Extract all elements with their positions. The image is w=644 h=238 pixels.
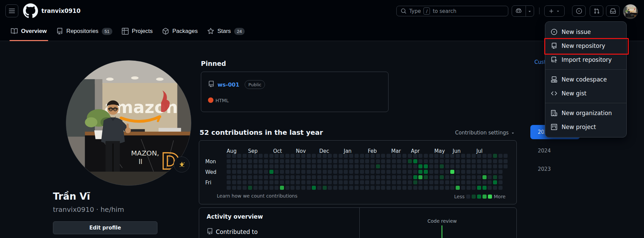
contribution-cell[interactable] xyxy=(440,164,444,168)
contribution-cell[interactable] xyxy=(498,175,503,179)
contribution-cell[interactable] xyxy=(365,186,369,190)
contribution-cell[interactable] xyxy=(418,186,422,190)
contribution-cell[interactable] xyxy=(280,170,284,174)
contribution-cell[interactable] xyxy=(339,175,343,179)
contribution-cell[interactable] xyxy=(280,175,284,179)
contribution-cell[interactable] xyxy=(328,164,332,168)
contribution-cell[interactable] xyxy=(461,170,465,174)
contribution-cell[interactable] xyxy=(296,186,300,190)
contribution-cell[interactable] xyxy=(360,164,364,168)
contribution-cell[interactable] xyxy=(355,164,359,168)
contribution-cell[interactable] xyxy=(418,164,422,168)
contribution-cell[interactable] xyxy=(312,170,316,174)
contribution-cell[interactable] xyxy=(408,175,412,179)
contribution-cell[interactable] xyxy=(349,170,353,174)
contribution-cell[interactable] xyxy=(248,186,252,190)
contribution-cell[interactable] xyxy=(467,159,471,163)
contribution-cell[interactable] xyxy=(434,164,438,168)
contribution-cell[interactable] xyxy=(402,175,406,179)
contribution-cell[interactable] xyxy=(418,180,422,184)
contribution-cell[interactable] xyxy=(227,180,231,184)
contribution-cell[interactable] xyxy=(381,170,385,174)
contribution-cell[interactable] xyxy=(227,175,231,179)
contribution-cell[interactable] xyxy=(333,164,337,168)
contribution-cell[interactable] xyxy=(312,186,316,190)
contribution-cell[interactable] xyxy=(461,186,465,190)
contribution-cell[interactable] xyxy=(264,159,268,163)
contribution-cell[interactable] xyxy=(317,154,321,158)
contribution-cell[interactable] xyxy=(360,180,364,184)
contribution-cell[interactable] xyxy=(424,164,428,168)
contribution-cell[interactable] xyxy=(408,186,412,190)
contribution-cell[interactable] xyxy=(445,164,449,168)
contribution-cell[interactable] xyxy=(498,186,503,190)
contribution-cell[interactable] xyxy=(493,175,497,179)
contribution-cell[interactable] xyxy=(259,180,263,184)
contribution-cell[interactable] xyxy=(296,159,300,163)
contribution-cell[interactable] xyxy=(280,164,284,168)
contribution-cell[interactable] xyxy=(349,180,353,184)
contribution-cell[interactable] xyxy=(392,159,396,163)
contribution-cell[interactable] xyxy=(482,175,487,179)
contribution-cell[interactable] xyxy=(317,170,321,174)
contribution-cell[interactable] xyxy=(477,175,481,179)
contribution-cell[interactable] xyxy=(248,159,252,163)
contribution-cell[interactable] xyxy=(333,154,337,158)
contribution-cell[interactable] xyxy=(381,159,385,163)
contribution-cell[interactable] xyxy=(461,159,465,163)
contribution-cell[interactable] xyxy=(381,186,385,190)
contribution-cell[interactable] xyxy=(450,186,454,190)
contribution-cell[interactable] xyxy=(259,154,263,158)
contribution-cell[interactable] xyxy=(301,175,305,179)
contribution-cell[interactable] xyxy=(456,159,460,163)
contribution-cell[interactable] xyxy=(376,159,380,163)
contribution-cell[interactable] xyxy=(237,180,241,184)
contribution-cell[interactable] xyxy=(408,159,412,163)
contribution-cell[interactable] xyxy=(371,170,375,174)
contribution-cell[interactable] xyxy=(290,159,295,163)
profile-avatar[interactable]: amazon MAZON, ll DA xyxy=(66,60,191,186)
contribution-cell[interactable] xyxy=(429,175,433,179)
contribution-cell[interactable] xyxy=(493,159,497,163)
contribution-cell[interactable] xyxy=(408,164,412,168)
contribution-cell[interactable] xyxy=(461,180,465,184)
contribution-cell[interactable] xyxy=(456,186,460,190)
tab-repositories[interactable]: Repositories51 xyxy=(52,22,117,41)
tab-projects[interactable]: Projects xyxy=(117,22,157,41)
contribution-cell[interactable] xyxy=(397,154,401,158)
contribution-cell[interactable] xyxy=(290,186,295,190)
contribution-cell[interactable] xyxy=(461,164,465,168)
contribution-cell[interactable] xyxy=(477,186,481,190)
contribution-cell[interactable] xyxy=(440,186,444,190)
contribution-cell[interactable] xyxy=(429,170,433,174)
contribution-cell[interactable] xyxy=(232,164,236,168)
contribution-cell[interactable] xyxy=(450,164,454,168)
contribution-cell[interactable] xyxy=(392,154,396,158)
contribution-cell[interactable] xyxy=(456,164,460,168)
menu-item-import-repository[interactable]: Import repository xyxy=(545,53,626,67)
contribution-cell[interactable] xyxy=(264,164,268,168)
contribution-cell[interactable] xyxy=(269,170,273,174)
contribution-cell[interactable] xyxy=(333,175,337,179)
contribution-cell[interactable] xyxy=(301,159,305,163)
contribution-cell[interactable] xyxy=(440,175,444,179)
contribution-cell[interactable] xyxy=(269,154,273,158)
contribution-cell[interactable] xyxy=(339,170,343,174)
contribution-cell[interactable] xyxy=(339,186,343,190)
contribution-cell[interactable] xyxy=(371,175,375,179)
contribution-cell[interactable] xyxy=(232,186,236,190)
contribution-cell[interactable] xyxy=(296,164,300,168)
contribution-cell[interactable] xyxy=(429,180,433,184)
contribution-cell[interactable] xyxy=(493,164,497,168)
contribution-cell[interactable] xyxy=(498,180,503,184)
contribution-cell[interactable] xyxy=(290,170,295,174)
contribution-cell[interactable] xyxy=(355,180,359,184)
contribution-cell[interactable] xyxy=(349,154,353,158)
contribution-cell[interactable] xyxy=(274,175,279,179)
menu-item-new-codespace[interactable]: New codespace xyxy=(545,72,626,86)
contribution-cell[interactable] xyxy=(253,175,258,179)
contribution-cell[interactable] xyxy=(274,170,279,174)
contribution-cell[interactable] xyxy=(376,154,380,158)
contribution-cell[interactable] xyxy=(371,154,375,158)
contribution-cell[interactable] xyxy=(482,180,487,184)
